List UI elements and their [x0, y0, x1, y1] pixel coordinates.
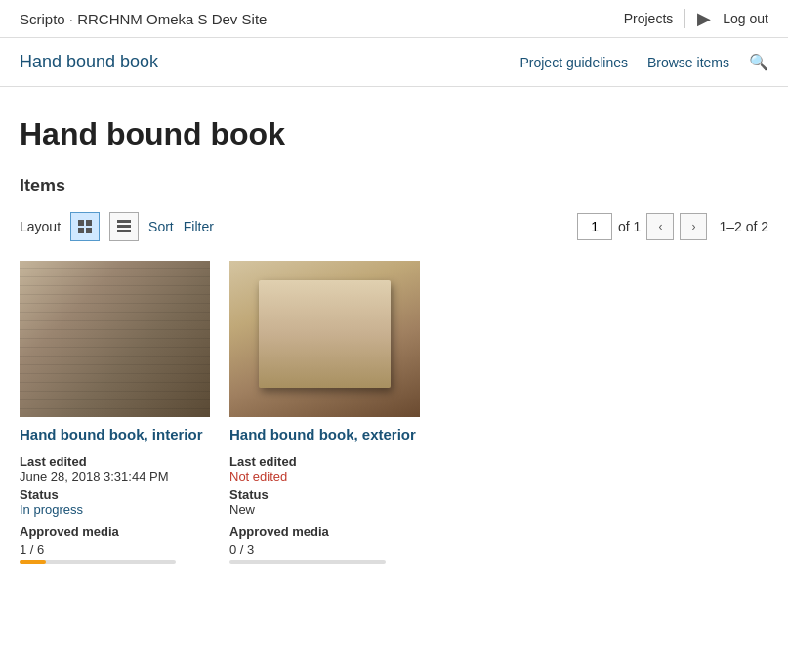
progress-bar-fill [20, 560, 46, 564]
approved-media: Approved media 0 / 3 [229, 525, 420, 564]
projects-link[interactable]: Projects [624, 11, 674, 26]
svg-rect-6 [117, 230, 131, 232]
svg-rect-5 [117, 225, 131, 228]
page-input[interactable] [577, 213, 612, 240]
project-guidelines-link[interactable]: Project guidelines [519, 55, 628, 70]
item-status: Status In progress [20, 487, 210, 517]
layout-label: Layout [20, 219, 61, 234]
item-card: Hand bound book, exterior Last edited No… [229, 261, 420, 564]
items-grid: Hand bound book, interior Last edited Ju… [20, 261, 768, 564]
filter-link[interactable]: Filter [184, 219, 214, 234]
nav-divider [684, 9, 685, 28]
svg-rect-1 [86, 220, 92, 226]
status-value: New [229, 502, 255, 517]
last-edited-label: Last edited [229, 454, 297, 469]
status-value: In progress [20, 502, 83, 517]
grid-icon [78, 220, 92, 233]
toolbar-left: Layout Sort Filter [20, 212, 214, 241]
progress-bar-bg [20, 560, 176, 564]
item-last-edited: Last edited Not edited [229, 454, 420, 483]
search-button[interactable]: 🔍 [749, 53, 768, 71]
item-last-edited: Last edited June 28, 2018 3:31:44 PM [20, 454, 210, 483]
status-label: Status [229, 487, 269, 502]
svg-rect-0 [78, 220, 84, 226]
item-thumbnail-exterior[interactable] [229, 261, 420, 417]
main-content: Hand bound book Items Layout Sort [0, 87, 788, 583]
top-nav: Scripto · RRCHNM Omeka S Dev Site Projec… [0, 0, 788, 38]
pagination: of 1 ‹ › 1–2 of 2 [577, 213, 768, 240]
top-nav-right: Projects ▶ Log out [624, 8, 768, 29]
logout-link[interactable]: Log out [723, 11, 768, 26]
approved-media-label: Approved media [229, 525, 420, 539]
prev-page-button[interactable]: ‹ [646, 213, 674, 240]
items-section-title: Items [20, 176, 768, 196]
approved-media-value: 0 / 3 [229, 542, 420, 557]
layout-list-button[interactable] [109, 212, 139, 241]
approved-media: Approved media 1 / 6 [20, 525, 210, 564]
user-icon[interactable]: ▶ [697, 8, 711, 29]
sub-nav-links: Project guidelines Browse items 🔍 [519, 53, 768, 71]
approved-media-label: Approved media [20, 525, 210, 539]
last-edited-label: Last edited [20, 454, 87, 469]
last-edited-value: June 28, 2018 3:31:44 PM [20, 469, 169, 483]
last-edited-value: Not edited [229, 469, 287, 483]
layout-grid-button[interactable] [70, 212, 100, 241]
item-thumbnail-interior[interactable] [20, 261, 210, 417]
progress-bar-bg [229, 560, 386, 564]
item-card: Hand bound book, interior Last edited Ju… [20, 261, 210, 564]
item-title-link[interactable]: Hand bound book, exterior [229, 425, 420, 444]
svg-rect-3 [86, 228, 92, 233]
item-status: Status New [229, 487, 420, 517]
site-title: Scripto · RRCHNM Omeka S Dev Site [20, 11, 267, 27]
page-of: of 1 [618, 219, 641, 234]
item-title-link[interactable]: Hand bound book, interior [20, 425, 210, 444]
project-title-link[interactable]: Hand bound book [20, 52, 158, 72]
sub-nav: Hand bound book Project guidelines Brows… [0, 38, 788, 87]
sort-link[interactable]: Sort [148, 219, 174, 234]
next-page-button[interactable]: › [680, 213, 707, 240]
page-title: Hand bound book [20, 116, 768, 152]
list-icon [117, 220, 131, 233]
svg-rect-2 [78, 228, 84, 233]
browse-items-link[interactable]: Browse items [647, 55, 729, 70]
toolbar: Layout Sort Filter of 1 [20, 212, 768, 241]
page-count: 1–2 of 2 [719, 219, 768, 234]
status-label: Status [20, 487, 59, 502]
svg-rect-4 [117, 220, 131, 223]
approved-media-value: 1 / 6 [20, 542, 210, 557]
